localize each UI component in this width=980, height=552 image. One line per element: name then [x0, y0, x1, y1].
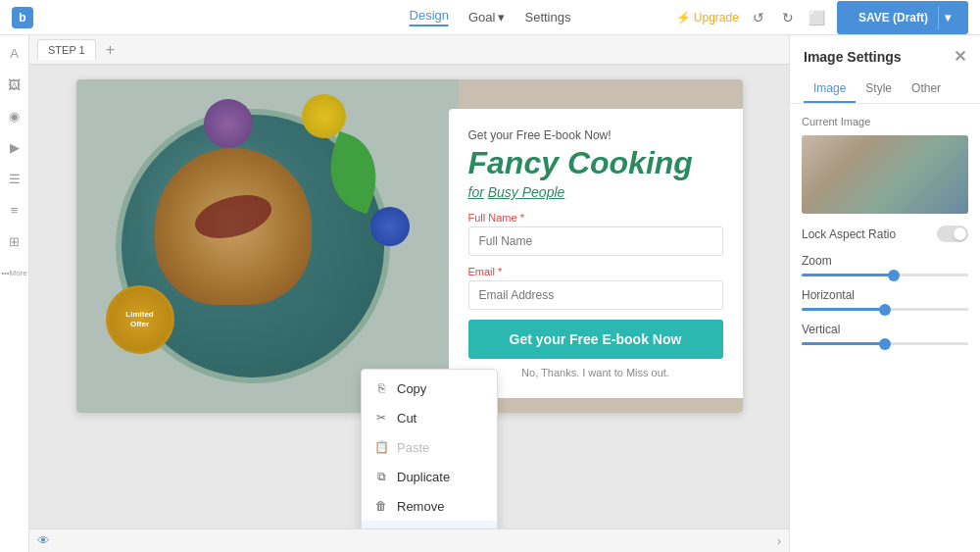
- nav-left: b: [12, 7, 33, 28]
- vertical-row: Vertical: [802, 323, 968, 345]
- full-name-label: Full Name *: [468, 212, 723, 224]
- nav-settings[interactable]: Settings: [524, 10, 570, 25]
- canvas-content: Limited Offer Get your Free E-book Now! …: [29, 65, 789, 528]
- context-menu: ⎘ Copy ✂ Cut 📋 Paste ⧉ Duplicate 🗑 R: [361, 369, 498, 528]
- rotate-icon: ↻: [373, 527, 389, 528]
- duplicate-icon: ⧉: [373, 469, 389, 484]
- flower-purple: [204, 99, 253, 148]
- zoom-fill: [802, 274, 894, 276]
- sidebar-list-icon[interactable]: ≡: [5, 200, 24, 220]
- full-name-input[interactable]: [468, 226, 723, 256]
- panel-title: Image Settings ✕: [804, 47, 966, 66]
- vertical-fill: [802, 342, 885, 345]
- horizontal-fill: [802, 308, 885, 311]
- upgrade-button[interactable]: ⚡ Upgrade: [676, 11, 739, 25]
- email-label: Email *: [468, 266, 723, 277]
- horizontal-row: Horizontal: [802, 288, 968, 311]
- panel-body: Current Image Lock Aspect Ratio Zoom Hor…: [790, 104, 980, 552]
- ctx-paste[interactable]: 📋 Paste: [362, 432, 497, 462]
- zoom-track[interactable]: [802, 274, 968, 276]
- undo-button[interactable]: ↺: [749, 8, 768, 27]
- scroll-right-arrow[interactable]: ›: [777, 534, 781, 548]
- camera-button[interactable]: ⬜: [808, 8, 827, 27]
- toggle-knob: [954, 227, 966, 240]
- panel-close-button[interactable]: ✕: [954, 47, 966, 66]
- panel-tab-image[interactable]: Image: [804, 75, 856, 103]
- flower-blue: [370, 207, 410, 246]
- chevron-down-icon: ▾: [498, 10, 505, 25]
- nav-right: ⚡ Upgrade ↺ ↻ ⬜ SAVE (Draft) ▾: [676, 1, 968, 34]
- sidebar-text-icon[interactable]: A: [5, 43, 24, 63]
- current-image-label: Current Image: [802, 116, 968, 127]
- zoom-label: Zoom: [802, 254, 968, 268]
- ctx-cut[interactable]: ✂ Cut: [362, 403, 497, 432]
- lock-aspect-ratio-toggle[interactable]: [937, 226, 968, 242]
- redo-button[interactable]: ↻: [778, 8, 798, 27]
- horizontal-label: Horizontal: [802, 288, 968, 302]
- current-image-thumbnail[interactable]: [802, 135, 968, 214]
- cut-icon: ✂: [373, 410, 389, 426]
- ctx-remove[interactable]: 🗑 Remove: [362, 491, 497, 521]
- ctx-duplicate[interactable]: ⧉ Duplicate: [362, 462, 497, 491]
- zoom-row: Zoom: [802, 254, 968, 276]
- right-panel: Image Settings ✕ Image Style Other Curre…: [789, 35, 980, 552]
- thumbnail-image: [802, 135, 968, 214]
- nav-center: Design Goal ▾ Settings: [410, 8, 571, 26]
- form-section: Get your Free E-book Now! Fancy Cooking …: [449, 109, 743, 398]
- email-input[interactable]: [468, 280, 723, 310]
- save-dropdown-arrow[interactable]: ▾: [938, 6, 956, 29]
- sidebar-more[interactable]: ••• More: [5, 263, 24, 282]
- landing-image-section: Limited Offer Get your Free E-book Now! …: [76, 79, 743, 413]
- limited-offer-badge: Limited Offer: [106, 285, 174, 354]
- ebook-subtitle: for Busy People: [468, 184, 723, 200]
- canvas-tabs: STEP 1 +: [29, 35, 789, 65]
- copy-icon: ⎘: [373, 380, 389, 396]
- left-sidebar: A 🖼 ◉ ▶ ☰ ≡ ⊞ ••• More: [0, 35, 29, 552]
- panel-tab-other[interactable]: Other: [902, 75, 951, 103]
- vertical-track[interactable]: [802, 342, 968, 345]
- lock-aspect-ratio-row: Lock Aspect Ratio: [802, 226, 968, 242]
- top-navigation: b Design Goal ▾ Settings ⚡ Upgrade ↺ ↻ ⬜…: [0, 0, 980, 35]
- save-button[interactable]: SAVE (Draft) ▾: [837, 1, 968, 34]
- canvas-area: STEP 1 + Limited: [29, 35, 789, 552]
- panel-tab-style[interactable]: Style: [856, 75, 902, 103]
- nav-goal[interactable]: Goal ▾: [468, 10, 505, 25]
- lock-aspect-ratio-label: Lock Aspect Ratio: [802, 227, 896, 241]
- preview-eye-icon[interactable]: 👁: [37, 533, 50, 548]
- submit-button[interactable]: Get your Free E-book Now: [468, 320, 723, 359]
- sidebar-lines-icon[interactable]: ☰: [5, 169, 24, 188]
- ctx-rotate[interactable]: ↻ Rotate: [362, 521, 497, 528]
- canvas-tab-add[interactable]: +: [102, 41, 119, 59]
- ebook-tagline: Get your Free E-book Now!: [468, 128, 723, 142]
- no-thanks-link[interactable]: No, Thanks. I want to Miss out.: [468, 367, 723, 378]
- sidebar-shapes-icon[interactable]: ◉: [5, 106, 24, 125]
- food-image[interactable]: Limited Offer: [76, 79, 459, 413]
- canvas-tab-step1[interactable]: STEP 1: [37, 39, 96, 60]
- horizontal-track[interactable]: [802, 308, 968, 311]
- remove-icon: 🗑: [373, 498, 389, 514]
- horizontal-thumb[interactable]: [879, 304, 891, 316]
- main-layout: A 🖼 ◉ ▶ ☰ ≡ ⊞ ••• More STEP 1 +: [0, 35, 980, 552]
- brand-logo: b: [12, 7, 33, 28]
- sidebar-image-icon[interactable]: 🖼: [5, 75, 24, 94]
- canvas-bottom-bar: 👁 ›: [29, 528, 789, 552]
- zoom-thumb[interactable]: [888, 270, 900, 281]
- landing-preview: Limited Offer Get your Free E-book Now! …: [76, 79, 743, 413]
- panel-tabs: Image Style Other: [804, 75, 966, 103]
- paste-icon: 📋: [373, 439, 389, 455]
- sidebar-media-icon[interactable]: ▶: [5, 137, 24, 157]
- panel-header: Image Settings ✕ Image Style Other: [790, 35, 980, 104]
- ebook-title: Fancy Cooking: [468, 146, 723, 180]
- vertical-label: Vertical: [802, 323, 968, 336]
- ctx-copy[interactable]: ⎘ Copy: [362, 374, 497, 403]
- sidebar-widget-icon[interactable]: ⊞: [5, 231, 24, 251]
- lightning-icon: ⚡: [676, 11, 691, 25]
- nav-design[interactable]: Design: [410, 8, 449, 26]
- vertical-thumb[interactable]: [879, 338, 891, 350]
